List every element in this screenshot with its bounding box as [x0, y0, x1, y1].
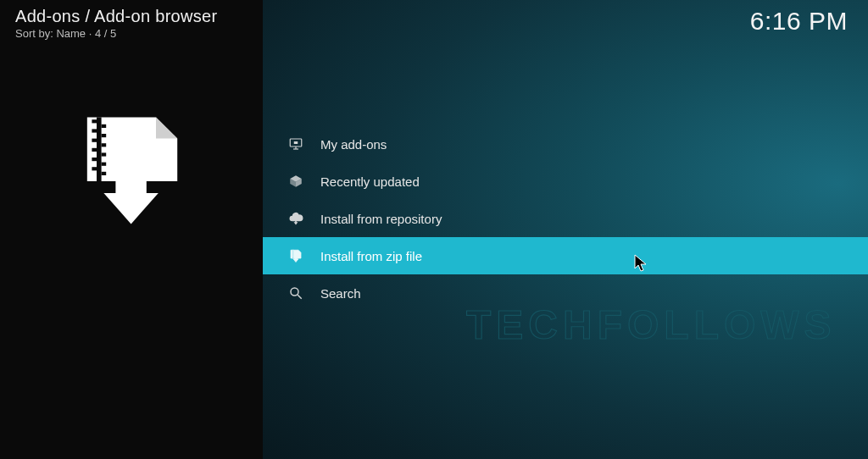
sidebar: Add-ons / Add-on browser Sort by: Name ·… — [0, 0, 263, 459]
menu-item-label: Search — [320, 286, 361, 301]
menu-list: My add-ons Recently updated Install from… — [263, 125, 868, 312]
svg-rect-7 — [92, 148, 97, 152]
menu-item-my-addons[interactable]: My add-ons — [263, 125, 868, 163]
svg-rect-3 — [92, 129, 97, 132]
zip-file-download-icon — [73, 110, 192, 229]
svg-rect-6 — [102, 143, 107, 147]
svg-rect-5 — [92, 139, 97, 142]
svg-line-20 — [298, 295, 302, 299]
zip-download-icon — [287, 246, 305, 265]
svg-rect-11 — [92, 167, 97, 170]
screen-icon — [287, 135, 305, 153]
menu-item-label: Install from repository — [320, 212, 442, 226]
svg-rect-13 — [115, 158, 146, 193]
svg-point-19 — [291, 288, 298, 296]
menu-item-label: My add-ons — [320, 137, 387, 152]
svg-rect-8 — [102, 152, 107, 156]
svg-rect-1 — [92, 119, 97, 123]
search-icon — [287, 284, 305, 302]
sort-info: Sort by: Name · 4 / 5 — [15, 27, 116, 40]
svg-rect-9 — [92, 158, 97, 161]
svg-rect-2 — [102, 124, 107, 128]
box-open-icon — [287, 172, 305, 191]
breadcrumb: Add-ons / Add-on browser — [15, 7, 217, 26]
menu-item-search[interactable]: Search — [263, 274, 868, 312]
svg-rect-0 — [97, 117, 102, 181]
menu-item-label: Install from zip file — [320, 249, 422, 263]
menu-item-label: Recently updated — [320, 174, 420, 189]
svg-rect-18 — [292, 250, 293, 258]
svg-rect-10 — [102, 163, 107, 166]
svg-rect-12 — [102, 172, 107, 175]
menu-item-recently-updated[interactable]: Recently updated — [263, 163, 868, 200]
svg-rect-4 — [102, 134, 107, 137]
menu-item-install-repository[interactable]: Install from repository — [263, 200, 868, 237]
svg-rect-17 — [294, 141, 298, 144]
main-panel: 6:16 PM My add-ons Recentl — [263, 0, 868, 459]
clock: 6:16 PM — [750, 7, 848, 36]
cloud-download-icon — [287, 209, 305, 228]
menu-item-install-zip[interactable]: Install from zip file — [263, 237, 868, 274]
